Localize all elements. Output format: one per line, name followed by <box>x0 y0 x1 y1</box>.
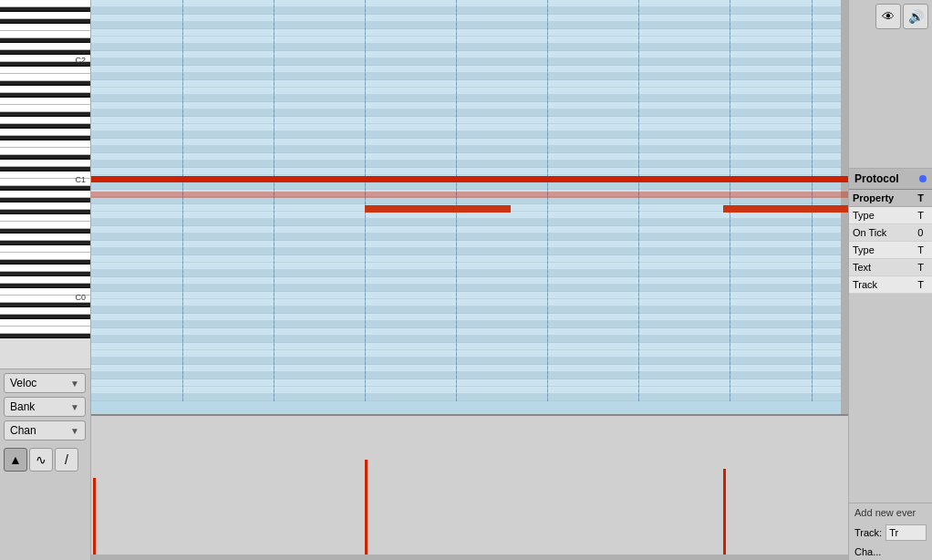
line-tool-button[interactable]: / <box>55 448 78 472</box>
table-row: TypeT <box>849 207 932 224</box>
track-row: Track: <box>849 522 932 544</box>
velocity-bar-1 <box>93 478 96 560</box>
main-area <box>91 0 848 560</box>
c2-label: C2 <box>75 57 86 65</box>
sound-button[interactable]: 🔊 <box>903 4 928 29</box>
c0-label: C0 <box>75 294 86 302</box>
protocol-panel: Protocol Property T TypeTOn Tick0TypeTTe… <box>849 169 932 560</box>
velocity-bar-2 <box>365 460 368 560</box>
piano-keyboard: C2 C1 C0 Veloc ▼ Bank ▼ Chan ▼ ▲ ∿ / <box>0 0 91 560</box>
table-row: TrackT <box>849 276 932 294</box>
track-input[interactable] <box>885 524 927 541</box>
table-row: On Tick0 <box>849 224 932 242</box>
protocol-header: Protocol <box>849 169 932 190</box>
tool-row: ▲ ∿ / <box>4 448 87 472</box>
add-event-row: Add new ever <box>849 503 932 522</box>
curve-tool-button[interactable]: ∿ <box>29 448 53 472</box>
horizontal-scrollbar[interactable] <box>91 555 848 560</box>
col-property: Property <box>849 190 914 207</box>
velocity-dropdown[interactable]: Veloc ▼ <box>4 373 86 393</box>
curve-icon: ∿ <box>36 452 47 467</box>
pointer-icon: ▲ <box>9 452 22 467</box>
piano-roll-grid[interactable] <box>91 0 848 414</box>
c1-label: C1 <box>75 176 86 184</box>
track-label: Track: <box>854 527 882 538</box>
right-panel: 👁 🔊 Protocol Property T TypeTOn Tick0Typ… <box>848 0 932 560</box>
bank-dropdown[interactable]: Bank ▼ <box>4 397 86 417</box>
midi-note-short-2[interactable] <box>723 205 848 213</box>
channel-label: Cha... <box>854 546 881 557</box>
velocity-arrow-icon: ▼ <box>70 379 79 389</box>
midi-note-1[interactable] <box>91 192 848 198</box>
midi-note-c1-long[interactable] <box>91 176 848 182</box>
right-top-icons: 👁 🔊 <box>849 0 932 169</box>
piano-keys-area: C2 C1 C0 <box>0 0 90 368</box>
protocol-table: Property T TypeTOn Tick0TypeTTextTTrackT <box>849 190 932 294</box>
midi-note-short-1[interactable] <box>365 205 511 213</box>
piano-bottom-controls: Veloc ▼ Bank ▼ Chan ▼ ▲ ∿ / <box>0 368 90 560</box>
pointer-tool-button[interactable]: ▲ <box>4 448 27 472</box>
protocol-spacer <box>849 294 932 503</box>
add-event-label: Add new ever <box>854 507 916 518</box>
velocity-area[interactable] <box>91 414 848 560</box>
eye-icon: 👁 <box>882 9 895 24</box>
table-row: TextT <box>849 259 932 276</box>
bank-arrow-icon: ▼ <box>70 402 79 412</box>
velocity-bar-3 <box>723 469 726 560</box>
col-value: T <box>914 190 932 207</box>
protocol-dot <box>919 175 927 182</box>
line-icon: / <box>65 452 68 467</box>
chan-dropdown[interactable]: Chan ▼ <box>4 420 86 441</box>
eye-button[interactable]: 👁 <box>875 4 901 29</box>
grid-rows <box>91 0 848 401</box>
table-row: TypeT <box>849 242 932 259</box>
channel-row: Cha... <box>849 544 932 560</box>
protocol-title: Protocol <box>854 172 899 185</box>
chan-arrow-icon: ▼ <box>70 426 79 436</box>
speaker-icon: 🔊 <box>908 9 924 24</box>
